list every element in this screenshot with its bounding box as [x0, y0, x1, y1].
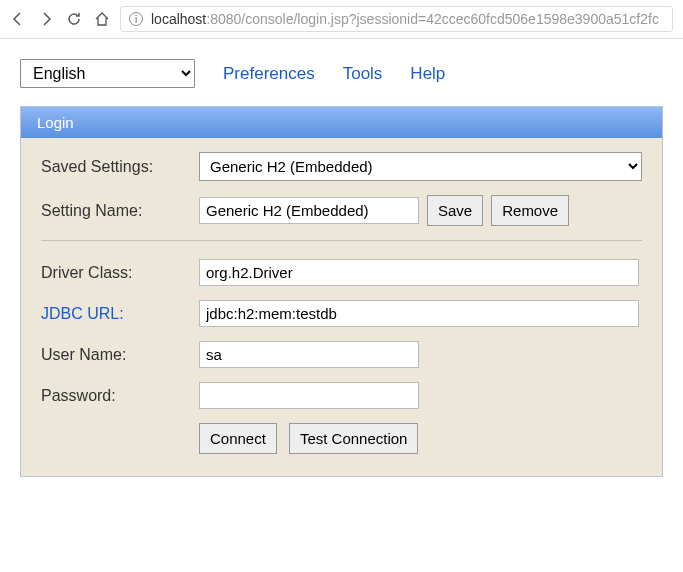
jdbc-url-label[interactable]: JDBC URL:: [41, 305, 191, 323]
password-input[interactable]: [199, 382, 419, 409]
url-host: localhost: [151, 11, 206, 27]
saved-settings-label: Saved Settings:: [41, 158, 191, 176]
user-name-label: User Name:: [41, 346, 191, 364]
info-icon: i: [129, 12, 143, 26]
panel-title: Login: [21, 107, 662, 138]
remove-button[interactable]: Remove: [491, 195, 569, 226]
address-bar[interactable]: i localhost:8080/console/login.jsp?jsess…: [120, 6, 673, 32]
language-select[interactable]: English: [20, 59, 195, 88]
password-label: Password:: [41, 387, 191, 405]
login-panel: Login Saved Settings: Generic H2 (Embedd…: [20, 106, 663, 477]
save-button[interactable]: Save: [427, 195, 483, 226]
saved-settings-select[interactable]: Generic H2 (Embedded): [199, 152, 642, 181]
driver-class-input[interactable]: [199, 259, 639, 286]
driver-class-label: Driver Class:: [41, 264, 191, 282]
connect-button[interactable]: Connect: [199, 423, 277, 454]
user-name-input[interactable]: [199, 341, 419, 368]
setting-name-label: Setting Name:: [41, 202, 191, 220]
browser-toolbar: i localhost:8080/console/login.jsp?jsess…: [0, 0, 683, 39]
forward-icon[interactable]: [38, 11, 54, 27]
tools-link[interactable]: Tools: [343, 64, 383, 84]
help-link[interactable]: Help: [410, 64, 445, 84]
divider: [41, 240, 642, 241]
back-icon[interactable]: [10, 11, 26, 27]
setting-name-input[interactable]: [199, 197, 419, 224]
reload-icon[interactable]: [66, 11, 82, 27]
preferences-link[interactable]: Preferences: [223, 64, 315, 84]
jdbc-url-input[interactable]: [199, 300, 639, 327]
top-menu: English Preferences Tools Help: [0, 39, 683, 106]
url-path: :8080/console/login.jsp?jsessionid=42cce…: [206, 11, 659, 27]
home-icon[interactable]: [94, 11, 110, 27]
test-connection-button[interactable]: Test Connection: [289, 423, 419, 454]
